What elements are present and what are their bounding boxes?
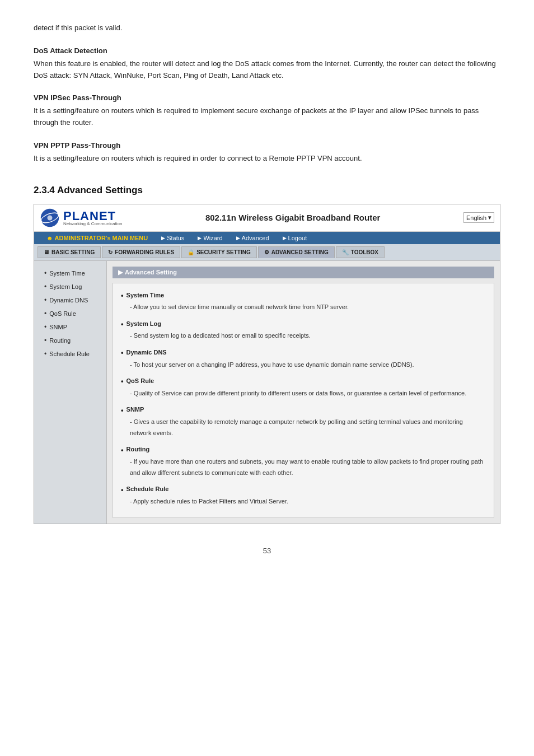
sidebar-routing-label: Routing xyxy=(49,337,71,344)
panel-item-dynamic-dns: Dynamic DNS - To host your server on a c… xyxy=(121,346,486,370)
panel-item-schedule-rule: Schedule Rule - Apply schedule rules to … xyxy=(121,483,486,507)
panel-item-qos-rule: QoS Rule - Quality of Service can provid… xyxy=(121,375,486,399)
sidebar-snmp-label: SNMP xyxy=(49,324,67,330)
panel-item-system-log: System Log - Send system log to a dedica… xyxy=(121,318,486,342)
router-body: System Time System Log Dynamic DNS QoS R… xyxy=(34,261,500,524)
toolbox-icon: 🔧 xyxy=(342,249,349,255)
panel-header: ▶ Advanced Setting xyxy=(113,267,494,278)
tab-basic-setting[interactable]: 🖥 BASIC SETTING xyxy=(38,246,101,258)
nav-arrow-icon-4: ▶ xyxy=(283,235,287,241)
sidebar-item-dynamic-dns[interactable]: Dynamic DNS xyxy=(34,293,106,307)
nav-arrow-icon: ▶ xyxy=(161,235,165,241)
nav-advanced-label: Advanced xyxy=(242,235,269,241)
vpn-pptp-title: VPN PPTP Pass-Through xyxy=(34,141,500,150)
tab-basic-label: BASIC SETTING xyxy=(51,249,95,255)
tab-forwarding-label: FORWARDING RULES xyxy=(115,249,174,255)
sidebar-dynamic-dns-label: Dynamic DNS xyxy=(49,297,88,304)
nav-admin-label: ADMINISTRATOR's MAIN MENU xyxy=(55,235,148,241)
nav-wizard[interactable]: ▶ Wizard xyxy=(191,232,229,244)
tab-security-setting[interactable]: 🔒 SECURITY SETTING xyxy=(181,246,257,258)
panel-item-schedule-rule-desc: - Apply schedule rules to Packet Filters… xyxy=(121,496,486,507)
sidebar-item-system-log[interactable]: System Log xyxy=(34,280,106,293)
sidebar-item-snmp[interactable]: SNMP xyxy=(34,320,106,334)
router-ui-panel: PLANET Networking & Communication 802.11… xyxy=(34,204,500,524)
router-main-panel: ▶ Advanced Setting System Time - Allow y… xyxy=(107,261,500,524)
nav-status[interactable]: ▶ Status xyxy=(154,232,191,244)
panel-item-system-time-title: System Time xyxy=(121,289,486,302)
router-header: PLANET Networking & Communication 802.11… xyxy=(34,204,500,232)
vpn-pptp-body: It is a setting/feature on routers which… xyxy=(34,153,500,165)
panel-item-dynamic-dns-title: Dynamic DNS xyxy=(121,346,486,359)
panel-item-routing-desc: - If you have more than one routers and … xyxy=(121,456,486,479)
vpn-pptp-section: VPN PPTP Pass-Through It is a setting/fe… xyxy=(34,141,500,165)
intro-paragraph: detect if this packet is valid. xyxy=(34,22,500,34)
panel-item-snmp-title: SNMP xyxy=(121,404,486,417)
panel-item-system-log-title: System Log xyxy=(121,318,486,330)
nav-status-label: Status xyxy=(167,235,184,241)
sidebar-item-qos-rule[interactable]: QoS Rule xyxy=(34,307,106,320)
page-number: 53 xyxy=(34,547,500,555)
sidebar-schedule-rule-label: Schedule Rule xyxy=(49,351,90,357)
nav-arrow-icon-2: ▶ xyxy=(198,235,202,241)
nav-logout[interactable]: ▶ Logout xyxy=(276,232,314,244)
dos-body: When this feature is enabled, the router… xyxy=(34,58,500,82)
router-logo: PLANET Networking & Communication xyxy=(40,208,122,228)
sidebar-system-time-label: System Time xyxy=(49,270,85,277)
panel-arrow-icon: ▶ xyxy=(118,269,123,276)
dropdown-arrow-icon: ▾ xyxy=(488,214,491,221)
sidebar-item-system-time[interactable]: System Time xyxy=(34,267,106,280)
language-selector[interactable]: English ▾ xyxy=(463,212,494,223)
panel-item-qos-rule-title: QoS Rule xyxy=(121,375,486,388)
language-value: English xyxy=(466,214,486,221)
sidebar-qos-rule-label: QoS Rule xyxy=(49,310,76,317)
admin-icon: ☻ xyxy=(46,235,53,241)
panel-item-snmp-desc: - Gives a user the capability to remotel… xyxy=(121,417,486,439)
panel-item-qos-rule-desc: - Quality of Service can provide differe… xyxy=(121,388,486,399)
vpn-ipsec-body: It is a setting/feature on routers which… xyxy=(34,105,500,129)
dos-section: DoS Attack Detection When this feature i… xyxy=(34,46,500,82)
planet-logo-icon xyxy=(40,208,60,228)
vpn-ipsec-title: VPN IPSec Pass-Through xyxy=(34,94,500,102)
tab-advanced-label: ADVANCED SETTING xyxy=(271,249,329,255)
panel-item-schedule-rule-title: Schedule Rule xyxy=(121,483,486,496)
panel-item-system-time: System Time - Allow you to set device ti… xyxy=(121,289,486,313)
panel-item-system-time-desc: - Allow you to set device time manually … xyxy=(121,302,486,313)
basic-setting-icon: 🖥 xyxy=(44,249,49,255)
sidebar-item-routing[interactable]: Routing xyxy=(34,334,106,347)
tab-toolbox-label: TOOLBOX xyxy=(351,249,378,255)
sidebar-item-schedule-rule[interactable]: Schedule Rule xyxy=(34,347,106,361)
panel-item-routing: Routing - If you have more than one rout… xyxy=(121,444,486,479)
nav-wizard-label: Wizard xyxy=(203,235,222,241)
panel-item-system-log-desc: - Send system log to a dedicated host or… xyxy=(121,330,486,342)
panel-item-dynamic-dns-desc: - To host your server on a changing IP a… xyxy=(121,360,486,371)
router-product-title: 802.11n Wireless Gigabit Broadband Route… xyxy=(122,213,463,222)
tab-forwarding-rules[interactable]: ↻ FORWARDING RULES xyxy=(102,246,180,258)
tab-security-label: SECURITY SETTING xyxy=(196,249,251,255)
tab-toolbox[interactable]: 🔧 TOOLBOX xyxy=(336,246,385,258)
brand-sub: Networking & Communication xyxy=(63,221,122,226)
vpn-ipsec-section: VPN IPSec Pass-Through It is a setting/f… xyxy=(34,94,500,129)
svg-point-2 xyxy=(48,215,53,220)
chapter-title: 2.3.4 Advanced Settings xyxy=(34,185,500,196)
panel-header-label: Advanced Setting xyxy=(125,269,177,276)
nav-advanced[interactable]: ▶ Advanced xyxy=(229,232,276,244)
panel-item-snmp: SNMP - Gives a user the capability to re… xyxy=(121,404,486,439)
router-nav-bar: ☻ ADMINISTRATOR's MAIN MENU ▶ Status ▶ W… xyxy=(34,232,500,244)
security-setting-icon: 🔒 xyxy=(188,249,194,255)
sidebar-system-log-label: System Log xyxy=(49,283,82,290)
forwarding-rules-icon: ↻ xyxy=(108,249,113,255)
router-sidebar: System Time System Log Dynamic DNS QoS R… xyxy=(34,261,107,524)
router-tab-bar: 🖥 BASIC SETTING ↻ FORWARDING RULES 🔒 SEC… xyxy=(34,244,500,261)
panel-content: System Time - Allow you to set device ti… xyxy=(113,283,494,518)
panel-item-routing-title: Routing xyxy=(121,444,486,456)
nav-logout-label: Logout xyxy=(288,235,307,241)
advanced-setting-icon: ⚙ xyxy=(264,249,269,255)
nav-admin-menu[interactable]: ☻ ADMINISTRATOR's MAIN MENU xyxy=(40,232,154,244)
tab-advanced-setting[interactable]: ⚙ ADVANCED SETTING xyxy=(258,246,335,258)
dos-title: DoS Attack Detection xyxy=(34,46,500,55)
nav-arrow-icon-3: ▶ xyxy=(236,235,240,241)
